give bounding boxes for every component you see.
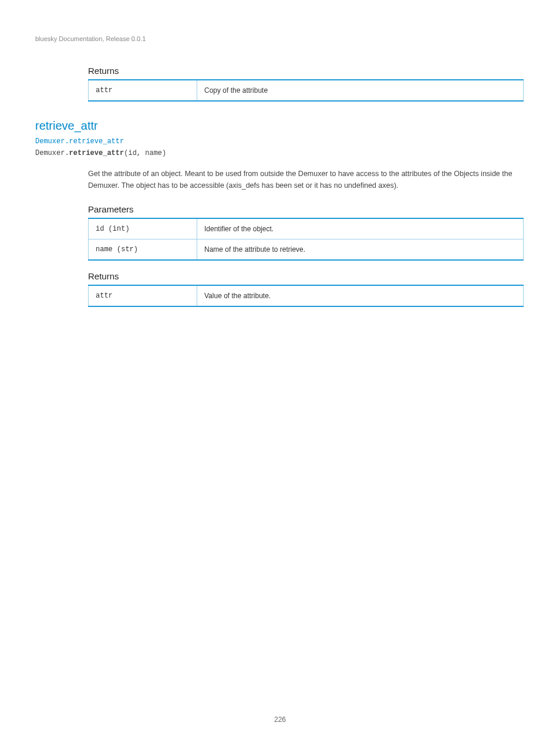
table-row: attr Copy of the attribute [89, 80, 524, 101]
return-key: attr [89, 80, 197, 101]
returns-table-1: attr Copy of the attribute [88, 79, 524, 102]
table-row: name (str) Name of the attribute to retr… [89, 239, 524, 261]
class-path-link[interactable]: Demuxer.retrieve_attr [35, 137, 525, 146]
page-header: bluesky Documentation, Release 0.0.1 [35, 35, 525, 42]
returns-heading-2: Returns [88, 271, 525, 281]
param-key: id (int) [89, 218, 197, 239]
param-key: name (str) [89, 239, 197, 261]
table-row: id (int) Identifier of the object. [89, 218, 524, 239]
return-key: attr [89, 285, 197, 306]
table-row: attr Value of the attribute. [89, 285, 524, 306]
doc-title: bluesky Documentation, Release 0.0.1 [35, 35, 146, 42]
returns-table-2: attr Value of the attribute. [88, 285, 524, 307]
returns-heading: Returns [88, 66, 525, 76]
parameters-table: id (int) Identifier of the object. name … [88, 218, 524, 261]
page-number: 226 [0, 715, 560, 724]
parameters-heading: Parameters [88, 204, 525, 214]
return-val: Copy of the attribute [197, 80, 524, 101]
param-val: Identifier of the object. [197, 218, 524, 239]
param-val: Name of the attribute to retrieve. [197, 239, 524, 261]
return-val: Value of the attribute. [197, 285, 524, 306]
usage-signature: Demuxer.retrieve_attr(id, name) [35, 149, 525, 157]
section-title-retrieve-attr: retrieve_attr [35, 119, 525, 133]
method-description: Get the attribute of an object. Meant to… [88, 168, 525, 191]
